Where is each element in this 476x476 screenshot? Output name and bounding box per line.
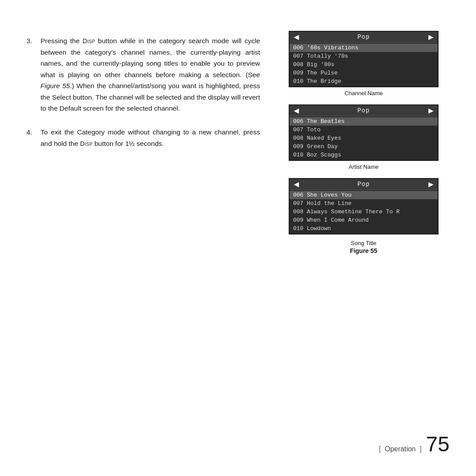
disp-label-2: Disp (80, 140, 93, 147)
channel-row-009: 009 The Pulse (290, 69, 438, 77)
artist-name-header: ◀ Pop ▶ (290, 105, 438, 116)
song-title-title: Pop (357, 181, 370, 188)
artist-row-006: 006 The Beatles (290, 117, 438, 126)
instruction-item-4: 4. To exit the Category mode without cha… (26, 126, 260, 149)
channel-name-header: ◀ Pop ▶ (290, 32, 438, 43)
bracket-close: ] (420, 445, 421, 453)
next-arrow-2[interactable]: ▶ (428, 107, 433, 114)
item-text-3: Pressing the Disp button while in the ca… (41, 35, 260, 114)
channel-name-rows: 006 '60s Vibrations 007 Totally '70s 008… (290, 43, 438, 86)
item-text-4: To exit the Category mode without changi… (41, 126, 260, 149)
song-row-010: 010 Lowdown (290, 224, 438, 233)
channel-name-screen: ◀ Pop ▶ 006 '60s Vibrations 007 Totally … (289, 31, 439, 87)
figure-number: Figure 55 (350, 247, 377, 254)
channel-name-label: Channel Name (345, 90, 383, 97)
artist-name-label: Artist Name (349, 164, 379, 170)
song-title-caption-label: Song Title (350, 240, 377, 246)
prev-arrow-1[interactable]: ◀ (294, 33, 299, 41)
figure-ref-1: Figure 55 (41, 82, 70, 89)
artist-row-010: 010 Boz Scaggs (290, 151, 438, 159)
artist-row-007: 007 Toto (290, 126, 438, 134)
figure-caption: Song Title Figure 55 (350, 240, 377, 254)
item-number-4: 4. (26, 126, 41, 149)
channel-row-007: 007 Totally '70s (290, 52, 438, 60)
bracket-open: [ (379, 445, 381, 453)
disp-label-1: Disp (82, 37, 95, 45)
left-column: 3. Pressing the Disp button while in the… (26, 26, 278, 450)
artist-name-title: Pop (357, 107, 370, 114)
song-row-007: 007 Hold the Line (290, 199, 438, 208)
song-row-006: 006 She Loves You (290, 191, 438, 199)
channel-row-006: 006 '60s Vibrations (290, 44, 438, 52)
song-title-header: ◀ Pop ▶ (290, 179, 438, 190)
channel-row-010: 010 The Bridge (290, 77, 438, 86)
artist-row-008: 008 Naked Eyes (290, 134, 438, 142)
page-footer: [ Operation ] 75 (379, 434, 450, 455)
prev-arrow-2[interactable]: ◀ (294, 107, 299, 114)
instruction-list: 3. Pressing the Disp button while in the… (26, 35, 260, 149)
channel-name-title: Pop (357, 33, 370, 41)
song-row-008: 008 Always Somethine There To R (290, 208, 438, 216)
footer-section: [ Operation ] (379, 445, 422, 453)
next-arrow-3[interactable]: ▶ (428, 181, 433, 188)
next-arrow-1[interactable]: ▶ (428, 33, 433, 41)
song-title-rows: 006 She Loves You 007 Hold the Line 008 … (290, 190, 438, 234)
page-content: 3. Pressing the Disp button while in the… (0, 0, 476, 476)
instruction-item-3: 3. Pressing the Disp button while in the… (26, 35, 260, 114)
footer-page-number: 75 (426, 434, 450, 455)
artist-row-009: 009 Green Day (290, 142, 438, 151)
artist-name-rows: 006 The Beatles 007 Toto 008 Naked Eyes … (290, 116, 438, 160)
right-column: ◀ Pop ▶ 006 '60s Vibrations 007 Totally … (278, 26, 450, 450)
artist-name-screen: ◀ Pop ▶ 006 The Beatles 007 Toto 008 Nak… (289, 104, 439, 161)
prev-arrow-3[interactable]: ◀ (294, 181, 299, 188)
channel-row-008: 008 Big '80s (290, 60, 438, 69)
song-title-screen: ◀ Pop ▶ 006 She Loves You 007 Hold the L… (289, 178, 439, 234)
footer-section-label: Operation (385, 445, 416, 453)
item-number-3: 3. (26, 35, 41, 114)
song-row-009: 009 When I Come Around (290, 216, 438, 224)
